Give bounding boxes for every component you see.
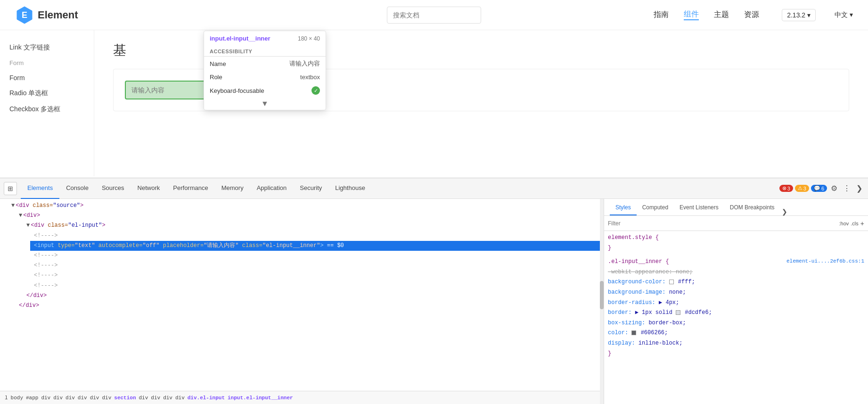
nav-link-theme[interactable]: 主题 [714, 10, 729, 20]
cls-filter-button[interactable]: .cls [851, 221, 859, 226]
styles-content[interactable]: element.style { } .el-input__inner { ele… [604, 231, 868, 404]
devtools-tab-application[interactable]: Application [250, 178, 294, 199]
tooltip-arrow: ▼ [204, 98, 326, 110]
css-property-webkit: -webkit-appearance: none; [608, 267, 864, 278]
elements-panel: ▼<div class="source"> ▼<div> ▼<div class… [0, 199, 604, 404]
breadcrumb-div10[interactable]: div [174, 395, 186, 401]
color-swatch-border [676, 310, 680, 315]
sidebar-item-radio[interactable]: Radio 单选框 [0, 85, 94, 101]
nav-link-guide[interactable]: 指南 [654, 10, 669, 20]
css-property-bg-image: background-image: none; [608, 288, 864, 298]
tooltip-name-value: 请输入内容 [289, 59, 320, 68]
devtools-panel: ⊞ Elements Console Sources Network Perfo… [0, 178, 868, 404]
sidebar-item-link[interactable]: Link 文字链接 [0, 40, 94, 56]
css-close-element: } [608, 243, 864, 254]
breadcrumb-div3[interactable]: div [65, 395, 76, 401]
elements-line: </div> [15, 301, 604, 311]
top-navigation: E Element 指南 组件 主题 资源 2.13.2 ▾ 中文 ▾ [0, 0, 868, 30]
message-count: 6 [821, 186, 824, 191]
devtools-tab-sources[interactable]: Sources [95, 178, 131, 199]
breadcrumb-input-inner[interactable]: input.el-input__inner [227, 395, 294, 401]
sidebar: Link 文字链接 Form Form Radio 单选框 Checkbox 多… [0, 30, 94, 176]
breadcrumb-div9[interactable]: div [162, 395, 173, 401]
styles-tab-event-listeners[interactable]: Event Listeners [674, 204, 724, 215]
styles-tab-dom-breakpoints[interactable]: DOM Breakpoints [724, 204, 780, 215]
breadcrumb-app[interactable]: #app [25, 395, 39, 401]
sidebar-item-checkbox[interactable]: Checkbox 多选框 [0, 101, 94, 117]
breadcrumb-div7[interactable]: div [138, 395, 149, 401]
breadcrumb-div5[interactable]: div [89, 395, 100, 401]
css-selector-element: element.style { [608, 233, 864, 243]
caret-icon: ▼ [26, 222, 30, 229]
devtools-tab-network[interactable]: Network [131, 178, 167, 199]
pseudo-filter-button[interactable]: :hov [839, 221, 849, 226]
logo-icon: E [15, 6, 34, 25]
css-source-link[interactable]: element-ui....2ef6b.css:1 [786, 257, 864, 267]
styles-tab-styles[interactable]: Styles [610, 204, 637, 215]
warning-badge: ⚠ 3 [795, 185, 809, 192]
devtools-tab-memory[interactable]: Memory [215, 178, 250, 199]
devtools-undock-button[interactable]: ⊞ [4, 182, 17, 195]
message-badge: 💬 6 [811, 185, 827, 192]
scroll-thumb[interactable] [600, 281, 604, 309]
language-selector[interactable]: 中文 ▾ [835, 11, 853, 19]
logo-area[interactable]: E Element [15, 6, 78, 25]
devtools-more-icon[interactable]: ⋮ [841, 182, 852, 195]
css-property-bg-color: background-color: #fff; [608, 277, 864, 288]
breadcrumb-body[interactable]: body [10, 395, 24, 401]
devtools-tab-security[interactable]: Security [293, 178, 328, 199]
language-arrow: ▾ [850, 11, 853, 18]
css-property-border-radius: border-radius: ▶ 4px; [608, 298, 864, 308]
accessibility-tooltip: input.el-input__inner 180 × 40 ACCESSIBI… [204, 31, 326, 110]
demo-input[interactable] [125, 81, 210, 99]
language-label: 中文 [835, 11, 848, 18]
logo-text: Element [38, 9, 78, 21]
color-swatch-text [631, 330, 636, 335]
breadcrumb-div2[interactable]: div [52, 395, 64, 401]
add-style-button[interactable]: + [860, 220, 864, 227]
devtools-close-icon[interactable]: ❯ [854, 182, 864, 195]
styles-filter-input[interactable] [608, 220, 837, 227]
breadcrumb-div8[interactable]: div [150, 395, 161, 401]
devtools-tab-performance[interactable]: Performance [166, 178, 214, 199]
css-property-color: color: #606266; [608, 328, 864, 338]
breadcrumb-div4[interactable]: div [77, 395, 88, 401]
tooltip-size: 180 × 40 [298, 35, 320, 42]
tooltip-role-label: Role [210, 74, 222, 81]
elements-line: ▼<div class="source"> [8, 201, 604, 211]
tooltip-row-name: Name 请输入内容 [204, 57, 326, 71]
tooltip-keyboard-label: Keyboard-focusable [210, 87, 264, 94]
styles-tab-computed[interactable]: Computed [637, 204, 674, 215]
error-icon: ⊗ [782, 185, 786, 191]
search-input[interactable] [387, 7, 481, 24]
elements-line: <!----> [30, 271, 604, 280]
breadcrumb-div1[interactable]: div [40, 395, 51, 401]
warning-count: 3 [803, 186, 806, 191]
devtools-tab-elements[interactable]: Elements [21, 178, 59, 199]
tooltip-header: input.el-input__inner 180 × 40 [204, 31, 326, 46]
devtools-tab-lighthouse[interactable]: Lighthouse [328, 178, 372, 199]
breadcrumb-l[interactable]: l [4, 395, 9, 401]
css-property-box-sizing: box-sizing: border-box; [608, 318, 864, 329]
tooltip-row-keyboard: Keyboard-focusable ✓ [204, 83, 326, 98]
elements-tree[interactable]: ▼<div class="source"> ▼<div> ▼<div class… [0, 199, 604, 391]
nav-link-resources[interactable]: 资源 [744, 10, 759, 20]
elements-line: <!----> [30, 251, 604, 261]
devtools-status-icons: ⊗ 3 ⚠ 3 💬 6 ⚙ ⋮ ❯ [779, 182, 864, 195]
elements-selected-line[interactable]: <input type="text" autocomplete="off" pl… [30, 241, 604, 251]
scroll-track [600, 199, 604, 404]
version-label: 2.13.2 [787, 11, 805, 19]
styles-more-icon[interactable]: ❯ [780, 208, 789, 215]
css-block-el-input-inner: .el-input__inner { element-ui....2ef6b.c… [608, 257, 864, 359]
version-selector[interactable]: 2.13.2 ▾ [782, 9, 816, 21]
css-property-display: display: inline-block; [608, 338, 864, 349]
devtools-body: ▼<div class="source"> ▼<div> ▼<div class… [0, 199, 868, 404]
devtools-tab-console[interactable]: Console [59, 178, 95, 199]
sidebar-item-form[interactable]: Form [0, 70, 94, 85]
breadcrumb-section[interactable]: section [113, 395, 137, 401]
css-close-inner: } [608, 349, 864, 359]
devtools-settings-icon[interactable]: ⚙ [829, 182, 839, 195]
breadcrumb-el-input[interactable]: div.el-input [187, 395, 226, 401]
breadcrumb-div6[interactable]: div [101, 395, 112, 401]
nav-link-components[interactable]: 组件 [684, 9, 699, 20]
